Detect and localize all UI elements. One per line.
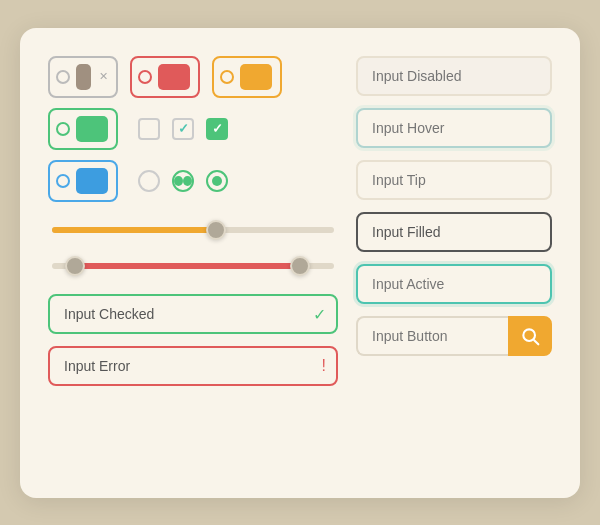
toggle-red[interactable] [130,56,200,98]
input-error-wrap: ! [48,346,338,386]
input-tip-wrap [356,160,552,200]
toggle-rows: ✕ [48,56,338,202]
toggle-gray[interactable]: ✕ [48,56,118,98]
toggle-rect-gray [76,64,91,90]
input-filled-wrap [356,212,552,252]
slider-thumb-orange[interactable] [206,220,226,240]
toggle-dot-blue [56,174,70,188]
toggle-rect-orange [240,64,272,90]
radio-fill-dot-2 [212,176,222,186]
input-active[interactable] [356,264,552,304]
toggle-blue[interactable] [48,160,118,202]
toggle-row-2: ✓ ✓ [48,108,338,150]
checkmark-teal-icon: ✓ [178,121,189,136]
radio-empty[interactable] [138,170,160,192]
toggle-dot-orange [220,70,234,84]
input-filled[interactable] [356,212,552,252]
input-button-wrap [356,316,552,356]
toggle-rect-blue [76,168,108,194]
left-column: ✕ [48,56,338,386]
svg-point-0 [523,329,535,341]
checkbox-empty[interactable] [138,118,160,140]
toggle-orange[interactable] [212,56,282,98]
input-tip[interactable] [356,160,552,200]
toggle-dot-gray [56,70,70,84]
toggle-green[interactable] [48,108,118,150]
input-checked[interactable] [48,294,338,334]
toggle-row-1: ✕ [48,56,338,98]
slider-fill-orange [52,227,216,233]
slider-orange[interactable] [52,226,334,234]
radio-fill-dot [174,176,183,186]
search-icon [520,326,540,346]
toggle-dot-red [138,70,152,84]
checkbox-teal[interactable]: ✓ [172,118,194,140]
right-column [356,56,552,386]
input-active-wrap [356,264,552,304]
svg-line-1 [534,340,538,344]
input-disabled [356,56,552,96]
main-grid: ✕ [48,56,552,386]
toggle-rect-red [158,64,190,90]
checkbox-green[interactable]: ✓ [206,118,228,140]
input-button[interactable] [356,316,508,356]
input-checked-wrap: ✓ [48,294,338,334]
slider-thumb-red-right[interactable] [290,256,310,276]
main-card: ✕ [20,28,580,498]
slider-fill-red [75,263,301,269]
radio-teal[interactable] [172,170,194,192]
bottom-left-inputs: ✓ ! [48,294,338,386]
input-error[interactable] [48,346,338,386]
input-hover[interactable] [356,108,552,148]
x-icon: ✕ [99,70,108,83]
radios-group [138,170,228,192]
slider-thumb-red-left[interactable] [65,256,85,276]
toggle-rect-green [76,116,108,142]
checkboxes-group: ✓ ✓ [138,118,228,140]
search-button[interactable] [508,316,552,356]
slider-red[interactable] [52,262,334,270]
input-hover-wrap [356,108,552,148]
input-disabled-wrap [356,56,552,96]
checkmark-white-icon: ✓ [212,121,223,136]
sliders-section [48,216,338,280]
toggle-row-3 [48,160,338,202]
toggle-dot-green [56,122,70,136]
radio-green[interactable] [206,170,228,192]
